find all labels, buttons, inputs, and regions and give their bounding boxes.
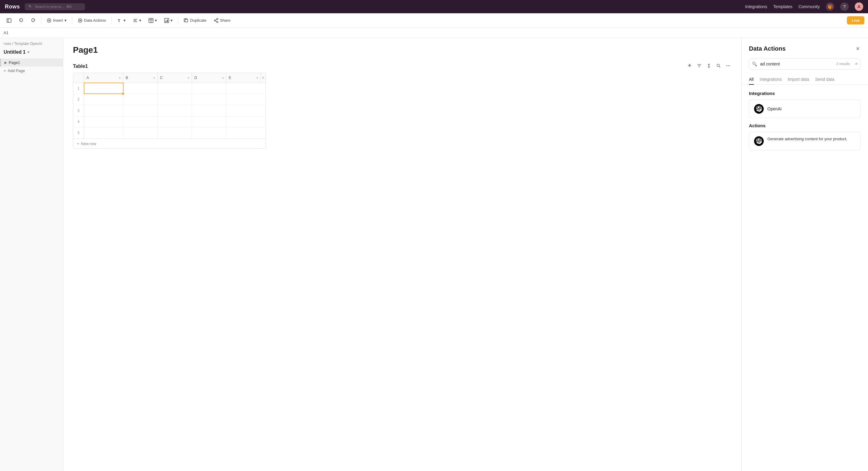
cell-d2[interactable] (192, 94, 226, 105)
actions-section-title: Actions (749, 123, 861, 128)
text-format-chevron: ▾ (124, 18, 126, 23)
row-num-3: 3 (73, 105, 84, 116)
tab-send-data[interactable]: Send data (815, 75, 835, 85)
insert-button[interactable]: Insert ▾ (44, 16, 70, 25)
cell-b4[interactable] (123, 116, 158, 127)
cell-resize-handle[interactable] (122, 93, 124, 95)
global-search[interactable]: 🔍 Search or jump to... ⌘K (25, 3, 85, 10)
cell-e5[interactable] (226, 127, 261, 139)
close-panel-button[interactable]: × (855, 44, 861, 53)
cell-reference: A1 (4, 30, 8, 35)
gift-icon[interactable]: 🎁 (826, 2, 834, 11)
cell-d4[interactable] (192, 116, 226, 127)
col-b-label: B (126, 76, 128, 80)
cell-c1[interactable] (158, 83, 192, 94)
col-header-a[interactable]: A ▾ (84, 73, 123, 83)
add-row-button[interactable]: + New row (73, 139, 266, 148)
search-table-button[interactable] (715, 62, 722, 70)
sort-icon (707, 63, 711, 68)
cell-c3[interactable] (158, 105, 192, 116)
openai-integration-card[interactable]: OpenAI (749, 99, 861, 118)
cell-ref-bar: A1 (0, 28, 868, 38)
align-chevron: ▾ (139, 18, 141, 23)
action-openai-icon (754, 136, 764, 146)
cell-c4[interactable] (158, 116, 192, 127)
tab-integrations[interactable]: Integrations (760, 75, 782, 85)
cell-a4[interactable] (84, 116, 123, 127)
col-header-d[interactable]: D ▾ (192, 73, 226, 83)
row-num-1: 1 (73, 83, 84, 94)
main-layout: rows / Template OpenAI Untitled 1 ▾ ▶ Pa… (0, 38, 868, 471)
more-options-button[interactable] (724, 62, 732, 70)
cell-b2[interactable] (123, 94, 158, 105)
add-page-button[interactable]: + Add Page (0, 67, 63, 75)
cell-e1[interactable] (226, 83, 261, 94)
cell-d1[interactable] (192, 83, 226, 94)
cell-a5[interactable] (84, 127, 123, 139)
integrations-section-title: Integrations (749, 91, 861, 96)
align-icon (133, 18, 138, 23)
row-num-2: 2 (73, 94, 84, 105)
cell-b1[interactable] (123, 83, 158, 94)
help-icon[interactable]: ? (840, 2, 849, 11)
data-actions-button[interactable]: Data Actions (75, 16, 109, 25)
text-format-icon: T (117, 18, 122, 23)
text-format-button[interactable]: T ▾ (114, 16, 129, 25)
align-button[interactable]: ▾ (130, 16, 144, 25)
cell-d3[interactable] (192, 105, 226, 116)
top-nav-right: Integrations Templates Community 🎁 ? A (745, 2, 863, 11)
openai-logo (756, 106, 762, 112)
col-header-e[interactable]: E ▾ (226, 73, 261, 83)
breadcrumb: rows / Template OpenAI (0, 40, 63, 48)
svg-rect-17 (185, 19, 188, 22)
duplicate-button[interactable]: Duplicate (181, 16, 210, 25)
breadcrumb-template[interactable]: Template OpenAI (14, 41, 42, 46)
live-button[interactable]: Live (847, 16, 864, 24)
tab-all[interactable]: All (749, 75, 754, 85)
community-link[interactable]: Community (798, 4, 820, 9)
sidebar-item-page1[interactable]: ▶ Page1 (0, 59, 63, 67)
cell-d5[interactable] (192, 127, 226, 139)
cell-c5[interactable] (158, 127, 192, 139)
table-chevron: ▾ (155, 18, 157, 23)
search-results-count: 2 results (836, 62, 850, 66)
table-format-button[interactable]: ▾ (146, 16, 160, 25)
app-logo[interactable]: Rows (5, 4, 20, 10)
add-column-button[interactable]: + (261, 73, 266, 83)
cell-b5[interactable] (123, 127, 158, 139)
cell-c2[interactable] (158, 94, 192, 105)
col-header-b[interactable]: B ▾ (123, 73, 158, 83)
col-c-label: C (160, 76, 163, 80)
cell-e4[interactable] (226, 116, 261, 127)
tab-import-data[interactable]: Import data (788, 75, 809, 85)
breadcrumb-rows[interactable]: rows (4, 41, 11, 46)
doc-title-chevron: ▾ (27, 50, 29, 54)
redo-button[interactable] (28, 16, 38, 25)
col-header-c[interactable]: C ▾ (158, 73, 192, 83)
duplicate-icon (184, 18, 189, 23)
doc-title[interactable]: Untitled 1 ▾ (0, 48, 63, 59)
col-a-chevron: ▾ (119, 76, 121, 80)
svg-rect-0 (7, 19, 11, 22)
cell-e2[interactable] (226, 94, 261, 105)
cell-a2[interactable] (84, 94, 123, 105)
integrations-link[interactable]: Integrations (745, 4, 767, 9)
sparkle-button[interactable] (686, 62, 693, 70)
cell-e3[interactable] (226, 105, 261, 116)
chart-button[interactable]: ▾ (161, 16, 176, 25)
sidebar-toggle-button[interactable] (4, 16, 14, 25)
avatar[interactable]: A (855, 2, 863, 11)
undo-button[interactable] (16, 16, 27, 25)
filter-button[interactable] (695, 62, 703, 70)
cell-a3[interactable] (84, 105, 123, 116)
cell-a1[interactable] (84, 83, 123, 94)
cell-b3[interactable] (123, 105, 158, 116)
templates-link[interactable]: Templates (773, 4, 792, 9)
svg-point-31 (730, 65, 730, 66)
generate-ad-content-card[interactable]: Generate advertising content for your pr… (749, 132, 861, 150)
sort-button[interactable] (705, 62, 712, 70)
search-clear-button[interactable]: × (855, 61, 858, 67)
panel-tabs: All Integrations Import data Send data (742, 75, 868, 85)
svg-line-22 (216, 21, 217, 22)
share-button[interactable]: Share (211, 16, 234, 25)
